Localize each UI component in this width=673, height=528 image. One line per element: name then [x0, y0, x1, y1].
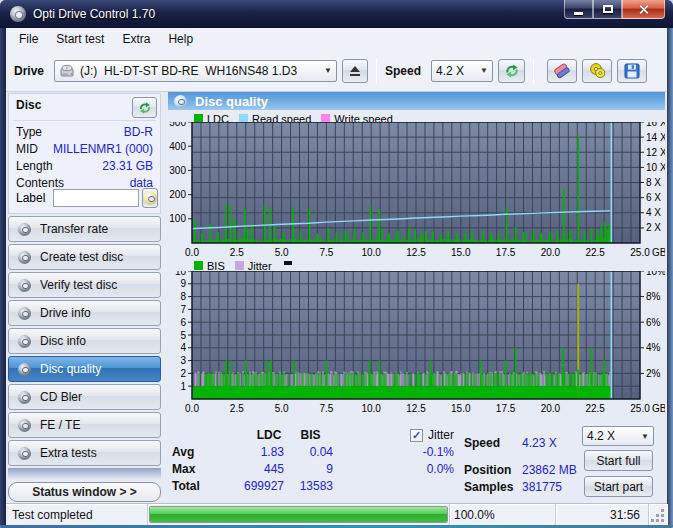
- disc-label-button[interactable]: [142, 188, 158, 208]
- sidebar-item-transfer-rate[interactable]: Transfer rate: [8, 216, 161, 242]
- speed-select-bottom[interactable]: 4.2 X ▼: [582, 426, 654, 446]
- discs-icon: [588, 62, 606, 79]
- erase-button[interactable]: [547, 59, 577, 83]
- svg-text:25.0: 25.0: [630, 247, 650, 258]
- titlebar: Opti Drive Control 1.70: [0, 0, 673, 28]
- disc-quality-icon: [174, 95, 187, 108]
- disc-icon: [143, 191, 157, 205]
- start-full-button[interactable]: Start full: [584, 450, 653, 471]
- disc-label-input[interactable]: [53, 189, 139, 207]
- label-field-label: Label: [16, 191, 45, 205]
- sidebar-item-label: Extra tests: [40, 446, 97, 460]
- progress-cell: [148, 504, 450, 525]
- resize-grip[interactable]: [649, 504, 667, 525]
- jitter-legend-label: Jitter: [248, 260, 272, 272]
- progress-bar: [149, 506, 448, 523]
- refresh-icon: [138, 101, 152, 115]
- stat-bis-value: 0.04: [288, 444, 333, 460]
- sidebar-item-extra-tests[interactable]: Extra tests: [8, 440, 161, 466]
- svg-text:17.5: 17.5: [496, 247, 516, 258]
- disc-icon: [18, 419, 31, 432]
- svg-text:4%: 4%: [646, 342, 661, 353]
- sidebar-item-disc-info[interactable]: Disc info: [8, 328, 161, 354]
- disc-panel-title: Disc: [16, 98, 41, 112]
- drive-value: (J:) HL-DT-ST BD-RE WH16NS48 1.D3: [80, 64, 297, 78]
- stat-row-label: Avg: [172, 444, 222, 460]
- svg-text:0.0: 0.0: [185, 403, 199, 414]
- speed-label: Speed: [385, 64, 421, 78]
- sidebar-item-create-test-disc[interactable]: Create test disc: [8, 244, 161, 270]
- disc-icon: [18, 363, 31, 376]
- svg-text:5.0: 5.0: [275, 403, 289, 414]
- svg-text:22.5: 22.5: [585, 403, 605, 414]
- disc-row-label: Length: [16, 158, 53, 175]
- svg-text:4 X: 4 X: [646, 207, 661, 218]
- disc-refresh-button[interactable]: [132, 97, 157, 118]
- menu-item-help[interactable]: Help: [159, 29, 202, 49]
- jitter-checkbox[interactable]: ✓: [410, 429, 423, 442]
- maximize-button[interactable]: [593, 0, 622, 19]
- sidebar-gradient: [8, 468, 161, 480]
- sidebar-item-disc-quality[interactable]: Disc quality: [8, 356, 161, 382]
- stat-right-label: Speed: [464, 435, 520, 451]
- svg-text:2%: 2%: [646, 368, 661, 379]
- close-button[interactable]: [622, 0, 665, 19]
- stat-ldc-value: 445: [222, 461, 284, 477]
- main-panel: Disc quality LDCRead speedWrite speed 50…: [168, 92, 665, 503]
- svg-text:25.0: 25.0: [630, 403, 650, 414]
- menu-item-start-test[interactable]: Start test: [47, 29, 113, 49]
- stats-area: 4.2 X ▼ Start full Start part LDCBIS✓Jit…: [168, 423, 665, 503]
- svg-text:20.0: 20.0: [541, 247, 561, 258]
- jitter-legend-swatch: [235, 261, 244, 270]
- bis-column-header: BIS: [288, 427, 333, 443]
- stat-row-label: Max: [172, 461, 222, 477]
- svg-text:14 X: 14 X: [646, 132, 665, 143]
- svg-text:0.0: 0.0: [185, 247, 199, 258]
- save-button[interactable]: [617, 59, 647, 83]
- bis-jitter-chart: 1098765432110%8%6%4%2%0.02.55.07.510.012…: [168, 271, 665, 420]
- sidebar-item-drive-info[interactable]: Drive info: [8, 300, 161, 326]
- app-window: Opti Drive Control 1.70 FileStart testEx…: [0, 0, 673, 528]
- minimize-button[interactable]: [564, 0, 593, 19]
- menu-item-file[interactable]: File: [10, 29, 47, 49]
- toolbar: Drive (J:) HL-DT-ST BD-RE WH16NS48 1.D3 …: [6, 50, 667, 92]
- status-window-button[interactable]: Status window > >: [8, 482, 161, 502]
- svg-text:2 X: 2 X: [646, 222, 661, 233]
- start-part-button[interactable]: Start part: [584, 476, 653, 497]
- ldc-speed-chart: 50040030020010016 X14 X12 X10 X8 X6 X4 X…: [168, 122, 665, 264]
- sidebar-item-cd-bler[interactable]: CD Bler: [8, 384, 161, 410]
- svg-text:7.5: 7.5: [319, 247, 333, 258]
- jitter-column-header: ✓Jitter: [358, 427, 454, 443]
- disc-tools-button[interactable]: [582, 59, 612, 83]
- disc-info-row: TypeBD-R: [16, 124, 153, 141]
- svg-text:10: 10: [175, 271, 187, 277]
- svg-text:GB: GB: [652, 247, 665, 258]
- stat-right-label: Samples: [464, 479, 520, 495]
- svg-text:6: 6: [180, 317, 186, 328]
- refresh-button[interactable]: [498, 59, 525, 83]
- eject-button[interactable]: [342, 59, 368, 83]
- svg-text:10.0: 10.0: [361, 403, 381, 414]
- sidebar-item-fe-te[interactable]: FE / TE: [8, 412, 161, 438]
- stat-right-label: Position: [464, 462, 520, 478]
- panel-header: Disc quality: [168, 92, 665, 110]
- eraser-icon: [552, 62, 572, 80]
- sidebar-item-label: Create test disc: [40, 250, 123, 264]
- drive-select[interactable]: (J:) HL-DT-ST BD-RE WH16NS48 1.D3 ▼: [54, 60, 337, 82]
- chevron-down-icon: ▼: [476, 66, 492, 75]
- stat-jitter-value: [358, 478, 454, 494]
- refresh-icon: [504, 63, 520, 79]
- elapsed-time: 31:56: [556, 504, 649, 525]
- progress-fill: [150, 507, 447, 522]
- disc-row-value: 23.31 GB: [102, 158, 153, 175]
- svg-text:200: 200: [169, 189, 186, 200]
- disc-icon: [18, 307, 31, 320]
- chevron-down-icon: ▼: [637, 432, 653, 441]
- menu-item-extra[interactable]: Extra: [113, 29, 159, 49]
- sidebar-item-verify-test-disc[interactable]: Verify test disc: [8, 272, 161, 298]
- svg-text:9: 9: [180, 278, 186, 289]
- speed-select[interactable]: 4.2 X ▼: [431, 60, 493, 82]
- save-icon: [623, 62, 641, 80]
- minimize-icon: [574, 12, 583, 15]
- toolbar-separator: [376, 58, 377, 84]
